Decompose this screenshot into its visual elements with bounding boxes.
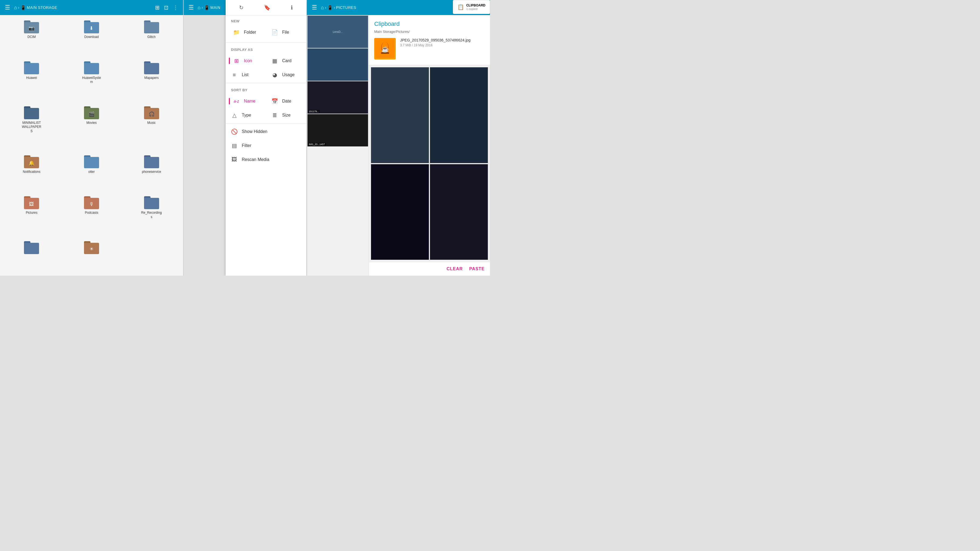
file-item-pictures-left[interactable]: 🖼 Pictures [2,193,61,237]
file-label-music: Music [147,121,156,125]
context-refresh-icon[interactable]: ↻ [237,3,246,12]
folder-download-icon: ⬇ [84,21,99,33]
divider-1 [226,43,306,43]
section-sort: SORT BY [226,84,306,94]
left-header: ☰ ⌂ › 📱 Main Storage ⊞ ⊡ ⋮ [0,0,183,15]
file-item-otter[interactable]: otter [62,152,121,192]
divider-2 [226,83,306,83]
folder-system-icon [84,61,99,74]
file-item-phoneservice[interactable]: phoneservice [122,152,181,192]
clipboard-date: 19 May 2018 [414,43,433,47]
right-menu-icon[interactable]: ☰ [310,2,319,13]
file-item-mapapers[interactable]: Mapapers [122,58,181,102]
file-item-bottom1[interactable] [2,238,61,273]
paste-button[interactable]: PASTE [469,267,485,272]
left-home-icon[interactable]: ⌂ [14,5,17,11]
menu-label-folder: Folder [244,30,256,35]
file-new-icon: 📄 [271,29,278,35]
left-select-icon[interactable]: ⊡ [162,3,170,13]
file-item-huawei[interactable]: Huawei [2,58,61,102]
file-item-huaweisystem[interactable]: HuaweiSystem [62,58,121,102]
menu-item-sort-name[interactable]: a-z Name [226,94,266,108]
menu-item-rescan[interactable]: 🖼 Rescan Media [226,152,306,166]
menu-label-usage: Usage [282,72,294,77]
file-item-notifications[interactable]: 🔔 Notifications [2,152,61,192]
clipboard-panel-content: Clipboard Main Storage/Pictures/ ☕ [369,15,490,65]
right-sep1: › [325,5,326,10]
usage-view-icon: ◕ [271,71,278,78]
menu-item-sort-date[interactable]: 📅 Date [266,94,306,108]
file-item-movies[interactable]: 🎬 Movies [62,103,121,151]
menu-label-type: Type [242,113,251,118]
clipboard-date-sep: / [412,43,414,47]
card-view-icon: ▦ [271,57,278,64]
clipboard-actions: CLEAR PASTE [369,262,490,276]
menu-item-folder[interactable]: 📁 Folder [228,25,266,39]
menu-item-icon-view[interactable]: ⊞ Icon [226,54,266,68]
image-thumb-swall[interactable] [307,48,368,81]
file-label-podcasts: Podcasts [85,211,98,215]
context-bookmark-icon[interactable]: 🔖 [262,3,273,12]
menu-item-sort-type[interactable]: △ Type [226,108,266,122]
preview-swall2[interactable] [430,67,488,163]
right-panel: ☰ ⌂ › 📱 › Pictures 🔍 ⊡ ⋮ 📋 CLIPBOARD 1 c… [307,0,490,276]
left-menu-icon[interactable]: ☰ [3,2,12,13]
list-view-icon: ≡ [231,72,237,78]
file-item-bottom2[interactable]: ☀ [62,238,121,273]
menu-item-file[interactable]: 📄 File [266,25,304,39]
menu-item-list-view[interactable]: ≡ List [226,68,266,82]
context-menu-header: ↻ 🔖 ℹ [226,0,306,15]
clipboard-filename: JPEG_20170529_095036_537486624.jpg [400,38,485,42]
preview-dark2[interactable] [430,164,488,260]
file-item-podcasts[interactable]: 🎙 Podcasts [62,193,121,237]
file-item-glitch[interactable]: Glitch [122,17,181,57]
context-info-icon[interactable]: ℹ [289,3,295,12]
image-thumb-img20[interactable]: IMG_20...1457 [307,114,368,146]
menu-item-filter[interactable]: ▤ Filter [226,139,306,152]
clipboard-file: ☕ JPEG_20170529_095036_537486624.jpg 3.7… [374,38,485,59]
clipboard-thumbnail: ☕ [374,38,396,59]
right-title: Pictures [336,5,356,10]
clear-button[interactable]: CLEAR [447,267,463,272]
preview-dark1[interactable] [371,164,429,260]
left-more-icon[interactable]: ⋮ [171,3,180,13]
left-search-icon[interactable]: ⊞ [153,3,161,13]
file-label-rerecordings: Re_Recordings [141,211,162,219]
middle-menu-icon[interactable]: ☰ [187,2,196,13]
file-label-glitch: Glitch [147,35,156,39]
clipboard-popup-label: CLIPBOARD [466,3,485,7]
file-item-dcim[interactable]: 📷 DCIM [2,17,61,57]
sort-size-icon: ≣ [271,112,278,118]
folder-music-icon: 🎧 [144,106,159,119]
folder-podcasts-icon: 🎙 [84,196,99,209]
menu-label-date: Date [282,99,291,104]
selected-bar-name [229,98,230,105]
right-main-area: LensD... 151179... IMG_20...1457 Clipboa… [307,15,490,276]
menu-item-card-view[interactable]: ▦ Card [266,54,306,68]
sort-name-icon: a-z [233,99,240,103]
clipboard-popup[interactable]: 📋 CLIPBOARD 1 copied [453,0,490,14]
menu-item-sort-size[interactable]: ≣ Size [266,108,306,122]
file-item-download[interactable]: ⬇ Download [62,17,121,57]
menu-item-show-hidden[interactable]: 🚫 Show Hidden [226,125,306,139]
download-overlay-icon: ⬇ [89,25,94,31]
file-item-music[interactable]: 🎧 Music [122,103,181,151]
clipboard-path: Main Storage/Pictures/ [374,30,485,33]
menu-item-usage-view[interactable]: ◕ Usage [266,68,306,82]
image-thumb-15[interactable]: 151179... [307,81,368,114]
menu-label-card: Card [282,59,291,63]
file-label-mapapers: Mapapers [144,76,159,80]
file-item-rerecordings[interactable]: Re_Recordings [122,193,181,237]
middle-home-icon[interactable]: ⌂ [197,5,200,11]
clipboard-image-previews [369,65,490,262]
right-sep2: › [334,5,335,10]
image-thumb-lensd[interactable]: LensD... [307,16,368,48]
notif-overlay-icon: 🔔 [29,160,35,166]
preview-swall[interactable] [371,67,429,163]
clipboard-detail-panel: Clipboard Main Storage/Pictures/ ☕ [369,15,490,276]
right-home-icon[interactable]: ⌂ [321,5,324,11]
section-display: DISPLAY AS [226,44,306,54]
left-header-actions: ⊞ ⊡ ⋮ [153,3,180,13]
folder-re-icon [144,196,159,209]
file-item-minimalist[interactable]: MINIMALIST WALLPAPERS [2,103,61,151]
